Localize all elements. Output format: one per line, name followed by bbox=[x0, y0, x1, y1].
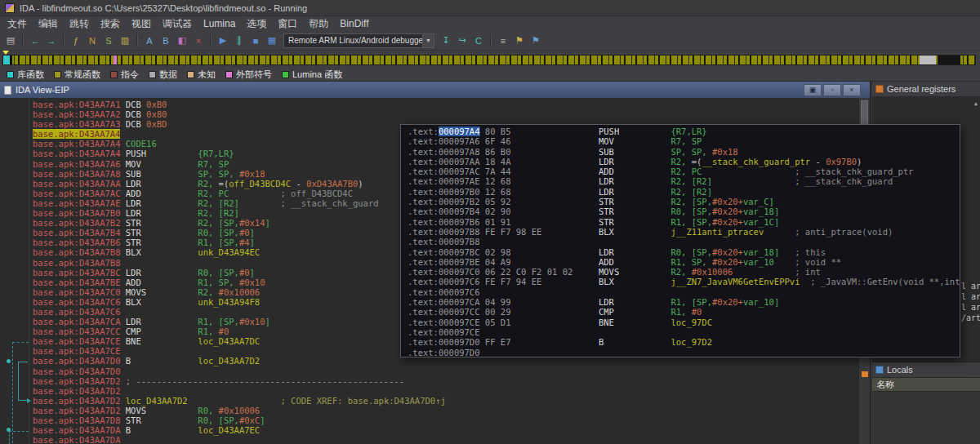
popup-disasm-line: .text:000097AE 12 68 LDR R2, [R2] ; __st… bbox=[408, 176, 960, 186]
disasm-line[interactable]: base.apk:D43AA7DA bbox=[33, 435, 858, 444]
code-text: CMP bbox=[126, 326, 198, 336]
disasm-line[interactable]: base.apk:D43AA7D8 STR R0, [SP,#0xC] bbox=[33, 415, 858, 425]
menu-item-6[interactable]: Lumina bbox=[198, 16, 241, 31]
code-text: #0 bbox=[692, 307, 702, 317]
disasm-line[interactable]: base.apk:D43AA7D0 bbox=[33, 366, 858, 376]
code-text: B bbox=[599, 337, 671, 347]
code-text: ] bbox=[250, 228, 255, 238]
functions-window-icon[interactable]: ƒ bbox=[69, 33, 83, 48]
code-text bbox=[712, 176, 795, 186]
address: 000097BE bbox=[439, 257, 480, 267]
address: base.apk:D43AA7A4 bbox=[33, 139, 126, 149]
menu-item-5[interactable]: 调试器 bbox=[157, 16, 198, 31]
open-file-icon[interactable]: ▤ bbox=[3, 33, 18, 48]
disasm-line[interactable]: base.apk:D43AA7A2 DCB 0x80 bbox=[33, 109, 858, 119]
stop-process-icon[interactable]: ■ bbox=[248, 33, 263, 48]
continue-process-icon[interactable]: ▶ bbox=[216, 33, 230, 48]
restore-button[interactable]: ▣ bbox=[804, 84, 822, 96]
nav-back-icon[interactable]: ← bbox=[28, 33, 42, 48]
code-text bbox=[229, 189, 280, 198]
run-until-return-icon[interactable]: C bbox=[471, 33, 486, 48]
chevron-down-icon[interactable]: ▼ bbox=[422, 34, 434, 47]
nav-forward-icon[interactable]: → bbox=[44, 33, 59, 48]
minimize-button[interactable]: ▫ bbox=[823, 84, 841, 96]
locals-content[interactable] bbox=[872, 392, 980, 444]
code-text bbox=[239, 198, 281, 208]
cancel-icon[interactable]: × bbox=[191, 33, 206, 48]
breakpoint-list-icon[interactable]: ≡ bbox=[496, 33, 510, 48]
code-text: ; __stack_chk_guard bbox=[280, 198, 378, 208]
search-binary-icon[interactable]: B bbox=[158, 33, 173, 48]
code-text: SP, SP, bbox=[670, 147, 712, 157]
code-text: #0x20+ bbox=[712, 247, 743, 257]
disasm-line[interactable]: base.apk:D43AA7D0 B loc_D43AA7D2 bbox=[33, 356, 858, 366]
opcode-bytes: 04 99 bbox=[485, 297, 599, 307]
locals-column-header[interactable]: 名称 bbox=[872, 378, 980, 392]
address: 000097AC bbox=[439, 166, 480, 176]
navigation-band[interactable] bbox=[2, 55, 976, 65]
disasm-line[interactable]: base.apk:D43AA7D2 ; --------------------… bbox=[33, 376, 858, 386]
menu-item-9[interactable]: 帮助 bbox=[303, 16, 334, 31]
strings-window-icon[interactable]: S bbox=[101, 33, 116, 48]
navband-segment bbox=[114, 56, 117, 64]
menu-item-2[interactable]: 跳转 bbox=[64, 16, 95, 31]
code-text: R2, PC bbox=[198, 189, 229, 198]
code-text: ; void ** bbox=[795, 257, 841, 267]
segments-icon[interactable]: ▥ bbox=[118, 33, 132, 48]
address: base.apk:D43AA7CA bbox=[33, 317, 126, 326]
code-text: MOV bbox=[126, 159, 198, 169]
menu-item-0[interactable]: 文件 bbox=[2, 16, 33, 31]
debugger-selector[interactable]: Remote ARM Linux/Android debugger▼ bbox=[283, 33, 434, 48]
code-text: ; __stack_chk_guard bbox=[795, 176, 893, 186]
scrollbar-up-icon[interactable]: ▲ bbox=[974, 99, 978, 109]
code-text: #0x10 bbox=[239, 278, 265, 287]
code-text: #0x20+ bbox=[712, 217, 743, 227]
disasm-line[interactable]: base.apk:D43AA7DA B loc_D43AA7EC bbox=[33, 425, 858, 435]
menu-item-3[interactable]: 搜索 bbox=[95, 16, 126, 31]
step-over-icon[interactable]: ↪ bbox=[455, 33, 470, 48]
menu-item-1[interactable]: 编辑 bbox=[33, 16, 64, 31]
address: 000097AA bbox=[439, 157, 480, 166]
registers-titlebar[interactable]: General registers bbox=[872, 82, 980, 97]
flag-icon[interactable]: ⚑ bbox=[512, 33, 527, 48]
locals-titlebar[interactable]: Locals bbox=[872, 362, 980, 378]
pause-process-icon[interactable]: ∥ bbox=[232, 33, 247, 48]
search-text-icon[interactable]: A bbox=[142, 33, 157, 48]
disasm-line[interactable]: base.apk:D43AA7A1 DCB 0xB0 bbox=[33, 100, 858, 109]
popup-disasm-line: .text:000097CA 04 99 LDR R1, [SP,#0x20+v… bbox=[408, 297, 960, 307]
disasm-line[interactable]: base.apk:D43AA7D2 MOVS R0, #0x10006 bbox=[33, 406, 858, 415]
code-text bbox=[702, 166, 795, 176]
code-text: =( bbox=[219, 179, 229, 189]
popup-disasm-line: .text:000097CC 00 29 CMP R1, #0 bbox=[408, 307, 960, 317]
legend-color-box bbox=[225, 71, 233, 78]
code-text: B bbox=[126, 425, 198, 435]
code-text: LDR bbox=[599, 187, 671, 197]
menu-item-7[interactable]: 选项 bbox=[241, 16, 272, 31]
code-text: #4 bbox=[239, 238, 250, 247]
code-text: #0x20+ bbox=[712, 257, 743, 267]
code-text bbox=[779, 247, 795, 257]
flag-blue-icon[interactable]: ⚑ bbox=[528, 33, 543, 48]
window-titlebar[interactable]: IDA - libfindmeout.so C:\Users\25327\Des… bbox=[0, 0, 980, 16]
debugger-windows-icon[interactable]: ▦ bbox=[265, 33, 279, 48]
menu-item-4[interactable]: 视图 bbox=[126, 16, 157, 31]
close-button[interactable]: × bbox=[843, 84, 861, 96]
legend-label: 指令 bbox=[121, 69, 139, 81]
legend-label: 常规函数 bbox=[65, 69, 100, 81]
navband-segment bbox=[10, 56, 12, 64]
disasm-line[interactable]: base.apk:D43AA7D2 loc_D43AA7D2 ; CODE XR… bbox=[33, 396, 858, 406]
step-into-icon[interactable]: ↧ bbox=[439, 33, 453, 48]
code-text: MOVS bbox=[126, 406, 198, 415]
document-icon bbox=[4, 86, 11, 95]
menu-item-10[interactable]: BinDiff bbox=[334, 16, 374, 31]
color-picker-icon[interactable]: ◧ bbox=[175, 33, 189, 48]
code-text: 0xB0 bbox=[146, 100, 167, 109]
code-text bbox=[764, 227, 795, 237]
disassembly-titlebar[interactable]: IDA View-EIP ▣▫× bbox=[0, 82, 870, 98]
names-window-icon[interactable]: N bbox=[85, 33, 100, 48]
code-text: 0xD43AA7B0 bbox=[306, 179, 358, 189]
disasm-line[interactable]: base.apk:D43AA7D2 bbox=[33, 386, 858, 396]
menu-item-8[interactable]: 窗口 bbox=[272, 16, 303, 31]
code-text: R2, [R2] bbox=[670, 176, 712, 186]
legend-item: 外部符号 bbox=[225, 69, 272, 81]
